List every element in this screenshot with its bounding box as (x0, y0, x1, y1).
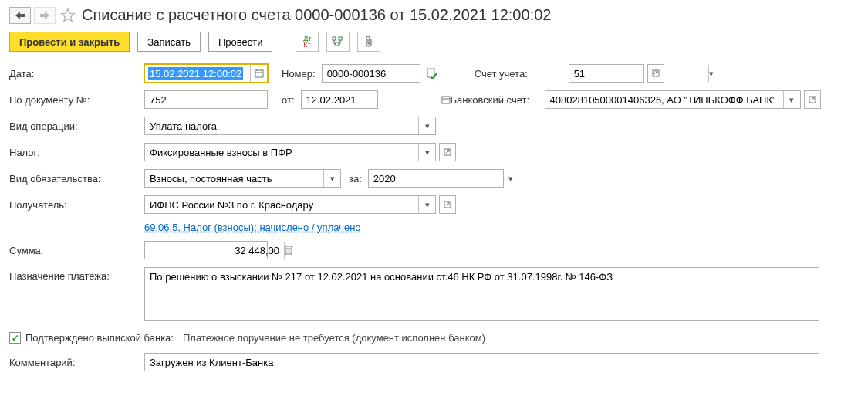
tax-label: Налог: (9, 147, 144, 158)
sum-value[interactable] (145, 242, 284, 259)
bankacc-label: Банковский счет: (451, 94, 545, 106)
svg-point-21 (290, 252, 291, 253)
docdate-input[interactable] (301, 90, 378, 109)
arrow-right-icon (40, 12, 49, 19)
dropdown-icon[interactable]: ▾ (708, 65, 714, 82)
dropdown-icon[interactable]: ▾ (508, 170, 513, 187)
purpose-textarea[interactable] (144, 267, 819, 321)
dtkt-button[interactable]: ДтКт (296, 32, 319, 52)
no-payment-order-text: Платежное поручение не требуется (докуме… (183, 332, 485, 344)
bankacc-value[interactable] (545, 91, 783, 108)
docdate-value[interactable] (302, 91, 441, 108)
from-label: от: (282, 94, 295, 106)
open-icon (809, 96, 816, 103)
calculator-icon[interactable] (284, 242, 292, 259)
comment-value[interactable] (145, 354, 819, 371)
date-value: 15.02.2021 12:00:02 (148, 67, 243, 80)
arrow-left-icon (15, 12, 25, 19)
post-button[interactable]: Провести (208, 32, 273, 52)
posted-status-icon (427, 68, 437, 79)
optype-label: Вид операции: (9, 120, 144, 132)
related-docs-button[interactable] (326, 32, 350, 52)
recipient-label: Получатель: (9, 199, 144, 211)
bankacc-input[interactable]: ▾ (545, 90, 801, 109)
svg-point-19 (287, 252, 288, 253)
recipient-input[interactable]: ▾ (144, 195, 436, 214)
account-value[interactable] (569, 65, 708, 82)
sum-input[interactable] (144, 241, 268, 259)
open-icon (444, 148, 451, 156)
year-value[interactable] (369, 170, 508, 187)
paperclip-icon (363, 36, 374, 48)
attachments-button[interactable] (357, 32, 380, 52)
nav-back-button[interactable] (9, 7, 31, 24)
svg-rect-9 (442, 97, 450, 103)
dropdown-icon[interactable]: ▾ (783, 91, 800, 108)
calendar-icon[interactable] (441, 91, 451, 108)
obligation-label: Вид обязательства: (9, 173, 144, 185)
favorite-star-icon[interactable] (60, 8, 76, 23)
account-input[interactable]: ▾ (569, 64, 644, 83)
date-label: Дата: (9, 68, 144, 80)
svg-rect-1 (339, 37, 342, 40)
obligation-value[interactable] (145, 170, 323, 187)
svg-rect-2 (336, 42, 339, 46)
purpose-label: Назначение платежа: (9, 267, 144, 282)
tax-value[interactable] (145, 144, 418, 161)
obligation-input[interactable]: ▾ (144, 169, 341, 188)
number-value[interactable] (323, 65, 461, 82)
date-input[interactable]: 15.02.2021 12:00:02 (144, 64, 268, 83)
account-label: Счет учета: (475, 68, 569, 80)
nav-forward-button (34, 7, 56, 24)
docno-value[interactable] (145, 91, 284, 108)
open-icon (652, 69, 660, 77)
comment-label: Комментарий: (9, 357, 144, 368)
optype-value[interactable] (145, 117, 418, 134)
recipient-value[interactable] (145, 196, 418, 213)
write-button[interactable]: Записать (137, 32, 201, 52)
calendar-icon[interactable] (250, 65, 267, 82)
optype-input[interactable]: ▾ (144, 117, 436, 135)
svg-rect-0 (333, 37, 336, 40)
recipient-open-button[interactable] (439, 195, 456, 214)
svg-point-20 (289, 252, 289, 253)
number-label: Номер: (282, 68, 316, 80)
structure-icon (332, 36, 344, 47)
check-icon: ✓ (12, 333, 19, 344)
tax-settlement-link[interactable]: 69.06.5, Налог (взносы): начислено / упл… (144, 222, 361, 233)
open-icon (444, 201, 451, 208)
bankacc-open-button[interactable] (804, 90, 821, 109)
dropdown-icon[interactable]: ▾ (418, 117, 435, 134)
docno-label: По документу №: (9, 94, 144, 106)
page-title: Списание с расчетного счета 0000-000136 … (82, 6, 551, 24)
svg-point-16 (287, 250, 288, 251)
sum-label: Сумма: (9, 245, 144, 256)
dropdown-icon[interactable]: ▾ (418, 144, 435, 161)
comment-input[interactable] (144, 353, 819, 371)
svg-point-17 (289, 250, 289, 251)
svg-rect-3 (255, 70, 263, 77)
docno-input[interactable] (144, 90, 268, 109)
dropdown-icon[interactable]: ▾ (418, 196, 435, 213)
tax-open-button[interactable] (439, 143, 456, 161)
confirmed-label: Подтверждено выпиской банка: (25, 332, 174, 344)
svg-point-18 (290, 250, 291, 251)
svg-rect-7 (427, 69, 434, 77)
for-label: за: (349, 173, 362, 185)
dtkt-icon: ДтКт (303, 36, 311, 48)
year-input[interactable]: ▾ (368, 169, 504, 188)
account-open-button[interactable] (647, 64, 664, 83)
post-and-close-button[interactable]: Провести и закрыть (9, 32, 130, 52)
dropdown-icon[interactable]: ▾ (323, 170, 340, 187)
tax-input[interactable]: ▾ (144, 143, 436, 161)
number-input[interactable] (322, 64, 420, 83)
confirmed-checkbox[interactable]: ✓ (9, 332, 21, 344)
